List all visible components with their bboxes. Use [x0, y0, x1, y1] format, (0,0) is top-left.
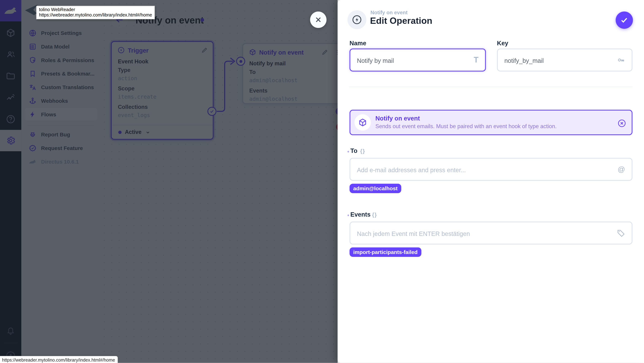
- deselect-operation-button[interactable]: [617, 118, 627, 128]
- section-divider: [349, 87, 632, 87]
- key-icon: [617, 49, 625, 71]
- name-input-wrap: T: [350, 49, 486, 72]
- banner-description: Sends out event emails. Must be paired w…: [375, 123, 556, 129]
- circle-x-icon: [617, 119, 626, 128]
- tag-icon: [617, 222, 625, 244]
- key-label: Key: [497, 39, 508, 46]
- banner-title: Notify on event: [375, 115, 420, 122]
- browser-status-bar: https://webreader.mytolino.com/library/i…: [0, 356, 118, 363]
- name-label: Name: [350, 39, 366, 46]
- close-icon: [314, 16, 322, 24]
- tooltip-url: https://webreader.mytolino.com/library/i…: [39, 12, 152, 18]
- bolt-circle-icon: [352, 14, 362, 25]
- tooltip-title: tolino WebReader: [39, 7, 152, 12]
- status-url: https://webreader.mytolino.com/library/i…: [2, 357, 115, 362]
- key-input-wrap: [497, 49, 632, 72]
- link-tooltip: tolino WebReader https://webreader.mytol…: [36, 6, 155, 19]
- required-dot: [348, 151, 349, 153]
- key-input[interactable]: [504, 49, 606, 72]
- cube-icon: [358, 118, 367, 127]
- events-input[interactable]: [356, 222, 569, 244]
- close-drawer-button[interactable]: [310, 12, 326, 28]
- required-dot: [348, 214, 349, 216]
- raw-value-icon[interactable]: {}: [372, 212, 377, 218]
- email-chip[interactable]: admin@localhost: [350, 184, 401, 193]
- modal-dim-overlay[interactable]: [0, 0, 338, 363]
- edit-operation-drawer: Notify on event Edit Operation Name T Ke…: [338, 0, 644, 363]
- operation-type-banner: Notify on event Sends out event emails. …: [350, 110, 632, 135]
- to-input[interactable]: [356, 159, 569, 181]
- save-button[interactable]: [616, 12, 633, 29]
- title-formatter-icon[interactable]: T: [474, 49, 478, 71]
- drawer-header-avatar: [348, 10, 366, 29]
- events-label: Events: [350, 211, 370, 218]
- screen: Project Settings Data Model R: [0, 0, 644, 363]
- cursor-pointer: [25, 4, 39, 17]
- banner-avatar: [354, 114, 371, 131]
- to-label: To: [350, 147, 358, 154]
- events-input-wrap: [350, 222, 632, 245]
- name-input[interactable]: [356, 49, 459, 72]
- at-sign-icon: @: [618, 159, 625, 180]
- event-chip[interactable]: import-participants-failed: [350, 247, 421, 257]
- to-input-wrap: @: [350, 158, 632, 181]
- raw-value-icon[interactable]: {}: [360, 148, 365, 154]
- drawer-title: Edit Operation: [370, 16, 432, 26]
- drawer-breadcrumb: Notify on event: [370, 10, 408, 16]
- check-icon: [620, 16, 629, 25]
